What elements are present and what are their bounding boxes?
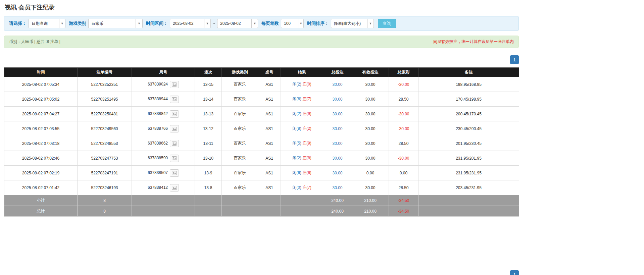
cell-time: 2025-08-02 07:02:19: [4, 166, 78, 180]
filter-sort-label: 时间排序：: [307, 20, 329, 26]
query-type-input[interactable]: [29, 19, 59, 28]
cell-result: 闲(0) 庄(7): [281, 180, 323, 195]
cell-note: 231.95/231.95: [418, 166, 519, 180]
cell-result: 闲(2) 庄(0): [281, 77, 323, 92]
page-1-button[interactable]: 1: [510, 270, 519, 275]
cell-session: 13-8: [195, 180, 222, 195]
cell-empty: [258, 195, 281, 206]
cell-game-type: 百家乐: [222, 166, 258, 180]
round-media-button[interactable]: [170, 125, 179, 132]
cell-note: 203.45/231.95: [418, 180, 519, 195]
date-to-input[interactable]: [217, 19, 251, 28]
round-media-button[interactable]: [170, 110, 179, 118]
cell-time: 2025-08-02 07:05:02: [4, 92, 78, 107]
result-player: 闲(8): [292, 126, 301, 131]
per-page-select: ▼: [281, 19, 304, 28]
cell-session: 13-13: [195, 107, 222, 121]
cell-payout: 28.50: [389, 92, 418, 107]
header-total-bet: 总投注: [323, 68, 352, 77]
result-banker: 庄(9): [302, 111, 311, 116]
total-bet-link[interactable]: 30.00: [332, 112, 342, 116]
chevron-down-icon[interactable]: ▼: [367, 19, 374, 28]
pagination-top: 1: [4, 55, 519, 64]
cell-empty: [281, 195, 323, 206]
total-bet-link[interactable]: 30.00: [332, 141, 342, 146]
film-icon: [172, 171, 177, 175]
chevron-down-icon[interactable]: ▼: [251, 19, 258, 28]
round-media-button[interactable]: [170, 96, 179, 103]
round-id-text: 637838766: [148, 126, 168, 131]
cell-round-id: 637838412: [132, 180, 195, 195]
cell-session: 13-15: [195, 77, 222, 92]
cell-result: 闲(8) 庄(2): [281, 121, 323, 136]
cell-round-id: 637838944: [132, 92, 195, 107]
cell-empty: [281, 206, 323, 217]
cell-valid-bet: 30.00: [352, 92, 389, 107]
subtotal-label: 小计: [4, 195, 78, 206]
result-player: 闲(0): [292, 185, 301, 190]
cell-empty: [195, 195, 222, 206]
cell-valid-bet: 0.00: [352, 166, 389, 180]
round-media-button[interactable]: [170, 169, 179, 177]
result-player: 闲(5): [292, 141, 301, 146]
cell-total-bet: 30.00: [323, 92, 352, 107]
total-bet-link[interactable]: 30.00: [332, 185, 342, 190]
total-bet-link[interactable]: 30.00: [332, 156, 342, 161]
cell-result: 闲(5) 庄(9): [281, 136, 323, 151]
total-bet-link[interactable]: 30.00: [332, 97, 342, 102]
cell-bet-id: 522703248553: [78, 136, 132, 151]
result-banker: 庄(9): [302, 141, 311, 146]
round-media-button[interactable]: [170, 140, 179, 147]
cell-game-type: 百家乐: [222, 77, 258, 92]
cell-note: 201.95/230.45: [418, 136, 519, 151]
cell-note: 170.45/198.95: [418, 92, 519, 107]
cell-bet-id: 522703252351: [78, 77, 132, 92]
query-button[interactable]: 查询: [378, 19, 396, 28]
round-media-button[interactable]: [170, 184, 179, 191]
cell-payout: -30.00: [389, 77, 418, 92]
chevron-down-icon[interactable]: ▼: [59, 19, 65, 28]
chevron-down-icon[interactable]: ▼: [136, 19, 143, 28]
per-page-input[interactable]: [281, 19, 298, 28]
table-row: 2025-08-02 07:04:27 522703250481 6378388…: [4, 107, 519, 121]
page-container: 视讯 会员下注纪录 请选择： ▼ 游戏类别 ▼ 时间区间： ▼ ~ ▼ 每页笔数…: [4, 2, 519, 275]
filter-select-label: 请选择：: [9, 20, 27, 26]
cell-result: 闲(2) 庄(8): [281, 151, 323, 166]
table-row: 2025-08-02 07:05:02 522703251495 6378389…: [4, 92, 519, 107]
cell-session: 13-14: [195, 92, 222, 107]
valid-bet-notice-text: 同局有效投注，统一计算在该局第一张注单内: [433, 39, 514, 45]
cell-time: 2025-08-02 07:03:55: [4, 121, 78, 136]
range-separator: ~: [213, 21, 215, 26]
cell-note: 230.45/200.45: [418, 121, 519, 136]
cell-table-no: AS1: [258, 121, 281, 136]
cell-result: 闲(6) 庄(7): [281, 92, 323, 107]
cell-payout: 28.50: [389, 180, 418, 195]
cell-total-bet: 30.00: [323, 107, 352, 121]
header-table-no: 桌号: [258, 68, 281, 77]
cell-game-type: 百家乐: [222, 107, 258, 121]
time-sort-input[interactable]: [331, 19, 367, 28]
chevron-down-icon[interactable]: ▼: [204, 19, 211, 28]
film-icon: [172, 112, 177, 116]
cell-payout: 0.00: [389, 166, 418, 180]
film-icon: [172, 156, 177, 160]
page-1-button[interactable]: 1: [510, 55, 519, 64]
chevron-down-icon[interactable]: ▼: [298, 19, 304, 28]
total-count: 8: [78, 206, 132, 217]
round-media-button[interactable]: [170, 155, 179, 162]
filter-perpage-label: 每页笔数: [261, 20, 279, 26]
total-bet-link[interactable]: 30.00: [332, 171, 342, 175]
cell-table-no: AS1: [258, 77, 281, 92]
cell-empty: [222, 195, 258, 206]
cell-bet-id: 522703246193: [78, 180, 132, 195]
date-from-input[interactable]: [170, 19, 204, 28]
total-label: 总计: [4, 206, 78, 217]
cell-note: 231.95/201.95: [418, 151, 519, 166]
total-bet-link[interactable]: 30.00: [332, 82, 342, 87]
header-payout: 总派彩: [389, 68, 418, 77]
cell-table-no: AS1: [258, 180, 281, 195]
result-player: 闲(6): [292, 170, 301, 175]
round-media-button[interactable]: [170, 81, 179, 88]
total-bet-link[interactable]: 30.00: [332, 126, 342, 131]
game-type-input[interactable]: [88, 19, 136, 28]
